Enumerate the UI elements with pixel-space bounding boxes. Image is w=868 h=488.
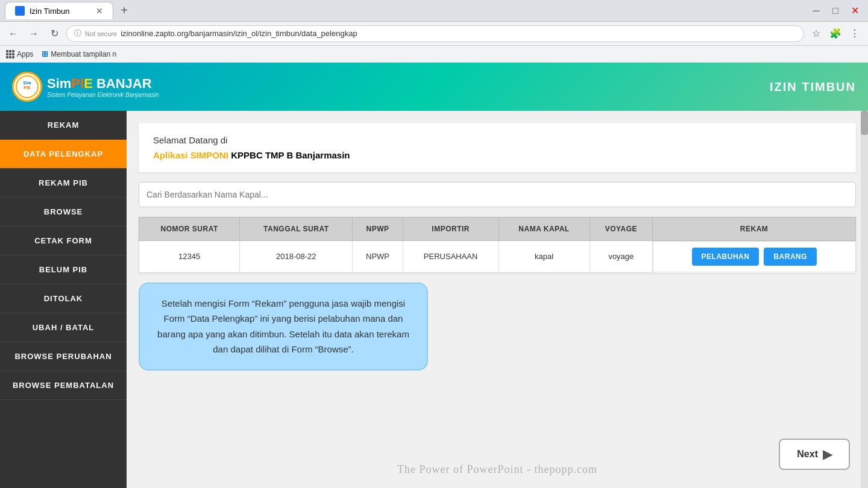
table-row: 12345 2018-08-22 NPWP PERUSAHAAN kapal v… — [139, 241, 856, 273]
forward-button[interactable]: → — [25, 25, 42, 42]
bookmarks-bar: Apps ⊞ Membuat tampilan n — [0, 46, 868, 63]
bookmark-button[interactable]: ☆ — [808, 25, 825, 42]
bookmark-label: Membuat tampilan n — [51, 50, 116, 58]
browser-titlebar: Izin Timbun ✕ + ─ □ ✕ — [0, 0, 868, 22]
search-input[interactable] — [139, 182, 856, 207]
app-container: Sim PlE SimPlE BANJAR Sistem Pelayanan E… — [0, 63, 868, 488]
next-arrow-icon: ▶ — [823, 447, 832, 461]
apps-grid-icon — [6, 50, 14, 58]
tooltip-text: Setelah mengisi Form “Rekam” pengguna ja… — [157, 298, 409, 355]
col-header-voyage: VOYAGE — [590, 217, 653, 241]
app-header: Sim PlE SimPlE BANJAR Sistem Pelayanan E… — [0, 63, 868, 111]
logo-area: Sim PlE SimPlE BANJAR Sistem Pelayanan E… — [12, 72, 159, 102]
content-area: Selamat Datang di Aplikasi SIMPONI KPPBC… — [127, 111, 868, 488]
col-header-importir: IMPORTIR — [403, 217, 498, 241]
sidebar-item-rekam[interactable]: REKAM — [0, 111, 127, 140]
logo-main-text: SimPlE BANJAR — [47, 76, 159, 92]
sidebar-item-ubah-batal[interactable]: UBAH / BATAL — [0, 313, 127, 342]
extensions-button[interactable]: 🧩 — [827, 25, 844, 42]
cell-npwp: NPWP — [353, 241, 403, 273]
not-secure-label: Not secure — [85, 30, 117, 37]
col-header-tanggal-surat: TANGGAL SURAT — [240, 217, 353, 241]
col-header-rekam: REKAM — [653, 217, 856, 241]
url-text: izinonline.zapto.org/banjarmasin/izin_ol… — [121, 29, 357, 38]
col-header-nomor-surat: NOMOR SURAT — [139, 217, 240, 241]
sidebar-item-browse-perubahan[interactable]: BROWSE PERUBAHAN — [0, 342, 127, 371]
data-table: NOMOR SURAT TANGGAL SURAT NPWP IMPORTIR … — [139, 217, 856, 273]
close-window-button[interactable]: ✕ — [846, 2, 863, 19]
sidebar-item-cetak-form[interactable]: CETAK FORM — [0, 227, 127, 255]
cell-nama-kapal: kapal — [498, 241, 590, 273]
sidebar: REKAM DATA PELENGKAP REKAM PIB BROWSE CE… — [0, 111, 127, 488]
welcome-greeting: Selamat Datang di — [153, 135, 841, 145]
back-button[interactable]: ← — [5, 25, 22, 42]
maximize-button[interactable]: □ — [827, 2, 844, 19]
svg-text:PlE: PlE — [24, 86, 31, 90]
sidebar-item-belum-pib[interactable]: BELUM PIB — [0, 255, 127, 284]
microsoft-icon: ⊞ — [42, 49, 48, 58]
menu-button[interactable]: ⋮ — [846, 25, 863, 42]
scrollbar-track[interactable] — [861, 111, 868, 488]
svg-text:Sim: Sim — [24, 81, 31, 85]
cell-importir: PERUSAHAAN — [403, 241, 498, 273]
tab-close-button[interactable]: ✕ — [96, 6, 103, 16]
apps-bookmark[interactable]: Apps — [6, 50, 33, 58]
main-layout: REKAM DATA PELENGKAP REKAM PIB BROWSE CE… — [0, 111, 868, 488]
sidebar-item-ditolak[interactable]: DITOLAK — [0, 284, 127, 313]
logo-image: Sim PlE — [12, 72, 42, 102]
address-bar[interactable]: ⓘ Not secure izinonline.zapto.org/banjar… — [66, 25, 804, 42]
pelabuhan-button[interactable]: PELABUHAN — [692, 248, 760, 266]
col-header-npwp: NPWP — [353, 217, 403, 241]
tab-title: Izin Timbun — [30, 7, 69, 16]
watermark: The Power of PowerPoint - thepopp.com — [397, 463, 597, 476]
cell-rekam-buttons: PELABUHAN BARANG — [653, 241, 855, 272]
apps-label: Apps — [17, 50, 33, 58]
col-header-nama-kapal: NAMA KAPAL — [498, 217, 590, 241]
cell-tanggal-surat: 2018-08-22 — [240, 241, 353, 273]
next-button[interactable]: Next ▶ — [779, 439, 850, 470]
next-button-area: Next ▶ — [779, 439, 850, 470]
sidebar-item-browse-pembatalan[interactable]: BROWSE PEMBATALAN — [0, 371, 127, 400]
sidebar-item-rekam-pib[interactable]: REKAM PIB — [0, 169, 127, 198]
minimize-button[interactable]: ─ — [808, 2, 825, 19]
welcome-card: Selamat Datang di Aplikasi SIMPONI KPPBC… — [139, 123, 856, 172]
next-label: Next — [797, 449, 818, 460]
cell-voyage: voyage — [590, 241, 653, 273]
active-tab[interactable]: Izin Timbun ✕ — [5, 2, 113, 19]
sidebar-item-browse[interactable]: BROWSE — [0, 198, 127, 227]
cell-nomor-surat: 12345 — [139, 241, 240, 273]
app-name-highlight: Aplikasi SIMPONI — [153, 150, 228, 160]
barang-button[interactable]: BARANG — [764, 248, 817, 266]
app-name-rest: KPPBC TMP B Banjarmasin — [228, 150, 350, 160]
tab-favicon — [15, 6, 25, 16]
logo-subtitle: Sistem Pelayanan Elektronik Banjarmasin — [47, 92, 159, 98]
security-icon: ⓘ — [74, 28, 81, 39]
page-title: IZIN TIMBUN — [770, 80, 856, 94]
scrollbar-thumb[interactable] — [861, 111, 868, 135]
welcome-subtitle: Aplikasi SIMPONI KPPBC TMP B Banjarmasin — [153, 150, 841, 160]
sidebar-item-data-pelengkap[interactable]: DATA PELENGKAP — [0, 140, 127, 169]
bookmark-item-microsoft[interactable]: ⊞ Membuat tampilan n — [38, 48, 120, 60]
logo-text-area: SimPlE BANJAR Sistem Pelayanan Elektroni… — [47, 76, 159, 98]
new-tab-button[interactable]: + — [116, 2, 133, 19]
tooltip-bubble: Setelah mengisi Form “Rekam” pengguna ja… — [139, 283, 428, 371]
toolbar-icons: ☆ 🧩 ⋮ — [808, 25, 863, 42]
reload-button[interactable]: ↻ — [46, 25, 63, 42]
browser-toolbar: ← → ↻ ⓘ Not secure izinonline.zapto.org/… — [0, 22, 868, 46]
